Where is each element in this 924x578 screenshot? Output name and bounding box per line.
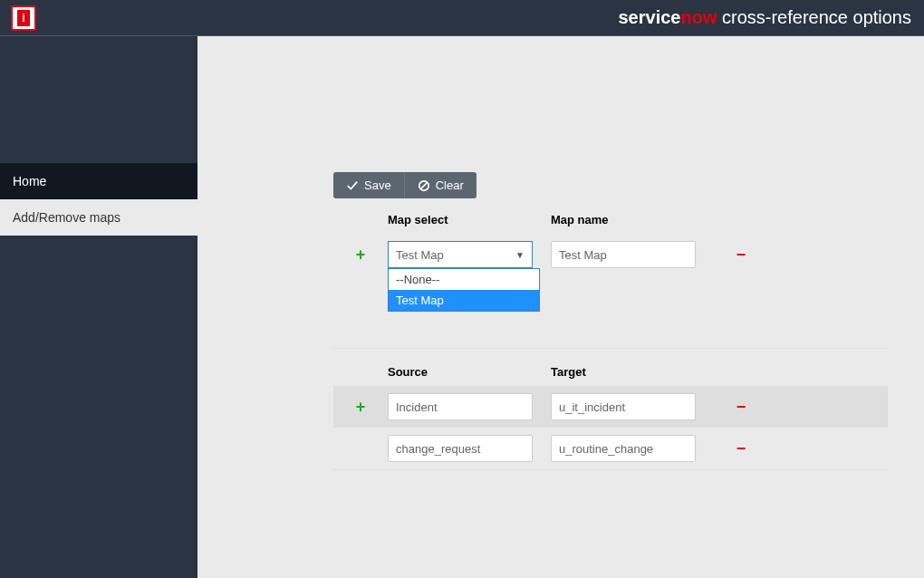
- map-select-option-test-map[interactable]: Test Map: [389, 290, 539, 311]
- source-header: Source: [388, 365, 551, 379]
- svg-line-1: [420, 182, 427, 188]
- main-layout: Home Add/Remove maps Save Clear: [0, 36, 924, 578]
- app-logo-letter: i: [17, 10, 30, 26]
- map-row: + Test Map ▼ --None-- Test Map: [333, 234, 888, 275]
- minus-icon: −: [736, 398, 746, 416]
- clear-button-label: Clear: [436, 178, 464, 192]
- source-input[interactable]: [388, 435, 533, 462]
- sidebar-item-add-remove-maps[interactable]: Add/Remove maps: [0, 199, 197, 236]
- map-name-input[interactable]: [551, 241, 696, 268]
- plus-icon: +: [356, 246, 366, 264]
- add-map-button[interactable]: +: [333, 246, 388, 265]
- toolbar: Save Clear: [333, 172, 476, 198]
- chevron-down-icon: ▼: [515, 250, 525, 260]
- map-section: Map select Map name + Test Map ▼ --None-: [333, 213, 888, 349]
- target-header: Target: [551, 365, 714, 379]
- add-mapping-button[interactable]: +: [333, 398, 388, 417]
- plus-icon: +: [356, 398, 366, 416]
- sidebar-item-home[interactable]: Home: [0, 163, 197, 199]
- sidebar-item-label: Home: [13, 174, 46, 188]
- ban-icon: [418, 179, 430, 192]
- map-select-display[interactable]: Test Map ▼: [388, 241, 533, 268]
- title-now: now: [680, 7, 717, 27]
- check-icon: [346, 179, 359, 192]
- map-section-headers: Map select Map name: [333, 213, 888, 234]
- sidebar: Home Add/Remove maps: [0, 36, 197, 578]
- map-select-value: Test Map: [396, 248, 444, 262]
- topbar: i servicenow cross-reference options: [0, 0, 924, 36]
- title-service: service: [618, 7, 680, 27]
- source-input[interactable]: [388, 393, 533, 420]
- content-area: Save Clear Map select Map name +: [197, 36, 924, 578]
- mapping-section: Source Target + −: [333, 365, 888, 470]
- sidebar-item-label: Add/Remove maps: [13, 210, 120, 225]
- mapping-section-headers: Source Target: [333, 365, 888, 386]
- mapping-row: + −: [333, 386, 888, 428]
- target-input[interactable]: [551, 435, 696, 462]
- minus-icon: −: [736, 246, 746, 264]
- map-name-header: Map name: [551, 213, 714, 226]
- app-logo: i: [11, 5, 36, 31]
- remove-mapping-button[interactable]: −: [714, 439, 768, 458]
- remove-map-button[interactable]: −: [714, 246, 768, 265]
- remove-mapping-button[interactable]: −: [714, 398, 768, 417]
- clear-button[interactable]: Clear: [404, 172, 476, 198]
- save-button[interactable]: Save: [333, 172, 404, 198]
- target-input[interactable]: [551, 393, 696, 420]
- mapping-row: −: [333, 428, 888, 469]
- map-select-dropdown[interactable]: Test Map ▼ --None-- Test Map: [388, 241, 533, 268]
- title-suffix: cross-reference options: [717, 7, 911, 27]
- map-select-header: Map select: [388, 213, 551, 226]
- save-button-label: Save: [364, 178, 391, 192]
- map-select-option-none[interactable]: --None--: [389, 269, 539, 290]
- header-title: servicenow cross-reference options: [618, 7, 911, 28]
- map-select-options: --None-- Test Map: [388, 268, 540, 312]
- minus-icon: −: [736, 439, 746, 458]
